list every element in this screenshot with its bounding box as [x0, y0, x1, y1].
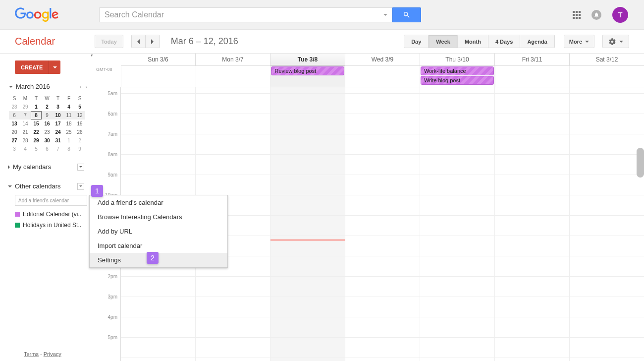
minical-day[interactable]: 12	[74, 111, 85, 120]
calendar-item[interactable]: Holidays in United St..	[5, 220, 91, 231]
minical-day[interactable]: 2	[42, 103, 53, 111]
minical-day[interactable]: 17	[53, 120, 63, 128]
event-work-life-balance[interactable]: Work-life balance	[421, 66, 494, 75]
minical-day[interactable]: 27	[9, 136, 20, 145]
create-dropdown-button[interactable]	[49, 60, 60, 74]
minical-day[interactable]: 26	[74, 128, 85, 136]
view-4days[interactable]: 4 Days	[488, 35, 520, 48]
minical-day[interactable]: 7	[53, 145, 63, 153]
minical-day[interactable]: 8	[31, 111, 42, 120]
add-friend-calendar-input[interactable]: Add a friend's calendar	[15, 195, 87, 206]
privacy-link[interactable]: Privacy	[44, 351, 61, 357]
minical-day[interactable]: 14	[20, 120, 31, 128]
allday-col-sat[interactable]	[569, 66, 644, 87]
day-header[interactable]: Fri 3/11	[494, 54, 569, 65]
create-button[interactable]: CREATE	[15, 60, 49, 74]
minical-day[interactable]: 8	[63, 145, 74, 153]
minical-day[interactable]: 5	[74, 103, 85, 111]
day-header[interactable]: Mon 3/7	[195, 54, 270, 65]
time-column[interactable]	[345, 87, 420, 361]
my-calendars-header[interactable]: My calendars	[5, 161, 91, 173]
time-column[interactable]	[420, 87, 494, 361]
allday-col-thu[interactable]: Work-life balance Write blog post	[420, 66, 495, 87]
day-header[interactable]: Thu 3/10	[420, 54, 494, 65]
allday-col-fri[interactable]	[495, 66, 570, 87]
minical-day[interactable]: 15	[31, 120, 42, 128]
google-logo[interactable]	[15, 6, 60, 23]
minical-day[interactable]: 28	[9, 103, 20, 111]
minical-day[interactable]: 13	[9, 120, 20, 128]
minical-day[interactable]: 23	[42, 128, 53, 136]
prev-week-button[interactable]	[131, 35, 146, 48]
terms-link[interactable]: Terms	[24, 351, 39, 357]
my-calendars-menu-button[interactable]	[77, 164, 84, 171]
more-button[interactable]: More	[564, 35, 594, 48]
apps-grid-icon[interactable]	[573, 11, 581, 19]
allday-col-sun[interactable]	[121, 66, 196, 87]
minical-day[interactable]: 11	[63, 111, 74, 120]
day-header[interactable]: Tue 3/8	[270, 54, 345, 65]
settings-button[interactable]	[602, 35, 629, 48]
minical-day[interactable]: 31	[53, 136, 63, 145]
other-calendars-menu-button[interactable]	[77, 183, 84, 190]
time-column[interactable]	[569, 87, 644, 361]
minical-prev[interactable]: ‹	[80, 84, 82, 90]
event-review-blog-post[interactable]: Review blog post	[271, 66, 344, 75]
search-options-caret-icon[interactable]	[383, 14, 387, 16]
minical-day[interactable]: 9	[74, 145, 85, 153]
event-write-blog-post[interactable]: Write blog post	[421, 76, 494, 85]
allday-col-mon[interactable]	[196, 66, 270, 87]
minical-day[interactable]: 3	[53, 103, 63, 111]
menu-item-add-a-friend-s-calendar[interactable]: Add a friend's calendar	[90, 195, 227, 210]
minical-day[interactable]: 5	[31, 145, 42, 153]
minical-next[interactable]: ›	[85, 84, 87, 90]
minical-day[interactable]: 4	[63, 103, 74, 111]
menu-item-settings[interactable]: Settings	[90, 253, 227, 267]
minical-day[interactable]: 1	[31, 103, 42, 111]
minical-day[interactable]: 9	[42, 111, 53, 120]
notifications-icon[interactable]	[591, 10, 601, 20]
minical-day[interactable]: 25	[63, 128, 74, 136]
minical-day[interactable]: 29	[20, 103, 31, 111]
search-input[interactable]: Search Calendar	[99, 7, 392, 22]
minical-day[interactable]: 30	[42, 136, 53, 145]
minical-day[interactable]: 6	[42, 145, 53, 153]
menu-item-browse-interesting-calendars[interactable]: Browse Interesting Calendars	[90, 210, 227, 224]
search-button[interactable]	[392, 7, 421, 22]
minical-day[interactable]: 20	[9, 128, 20, 136]
time-column[interactable]	[270, 87, 345, 361]
menu-item-import-calendar[interactable]: Import calendar	[90, 239, 227, 253]
view-week[interactable]: Week	[429, 35, 458, 48]
time-column[interactable]	[494, 87, 569, 361]
minical-day[interactable]: 18	[63, 120, 74, 128]
minical-day[interactable]: 28	[20, 136, 31, 145]
minical-day[interactable]: 1	[63, 136, 74, 145]
view-agenda[interactable]: Agenda	[520, 35, 554, 48]
minical-day[interactable]: 6	[9, 111, 20, 120]
grid-collapse-icon[interactable]	[91, 55, 93, 57]
minical-day[interactable]: 19	[74, 120, 85, 128]
view-month[interactable]: Month	[458, 35, 488, 48]
minical-day[interactable]: 21	[20, 128, 31, 136]
minical-day[interactable]: 4	[20, 145, 31, 153]
minical-day[interactable]: 3	[9, 145, 20, 153]
calendar-item[interactable]: Editorial Calendar (vi..	[5, 209, 91, 220]
minical-day[interactable]: 22	[31, 128, 42, 136]
day-header[interactable]: Sat 3/12	[569, 54, 644, 65]
minical-day[interactable]: 29	[31, 136, 42, 145]
minical-day[interactable]: 10	[53, 111, 63, 120]
minical-day[interactable]: 24	[53, 128, 63, 136]
menu-item-add-by-url[interactable]: Add by URL	[90, 224, 227, 239]
next-week-button[interactable]	[146, 35, 160, 48]
minical-day[interactable]: 2	[74, 136, 85, 145]
minical-day[interactable]: 16	[42, 120, 53, 128]
day-header[interactable]: Sun 3/6	[121, 54, 195, 65]
scrollbar-thumb[interactable]	[637, 148, 644, 178]
minical-header[interactable]: March 2016 ‹ ›	[9, 83, 91, 90]
allday-col-tue[interactable]: Review blog post	[270, 66, 345, 87]
user-avatar[interactable]: T	[612, 7, 628, 23]
today-button[interactable]: Today	[95, 35, 123, 48]
other-calendars-header[interactable]: Other calendars	[5, 180, 91, 192]
day-header[interactable]: Wed 3/9	[345, 54, 420, 65]
minical-day[interactable]: 7	[20, 111, 31, 120]
